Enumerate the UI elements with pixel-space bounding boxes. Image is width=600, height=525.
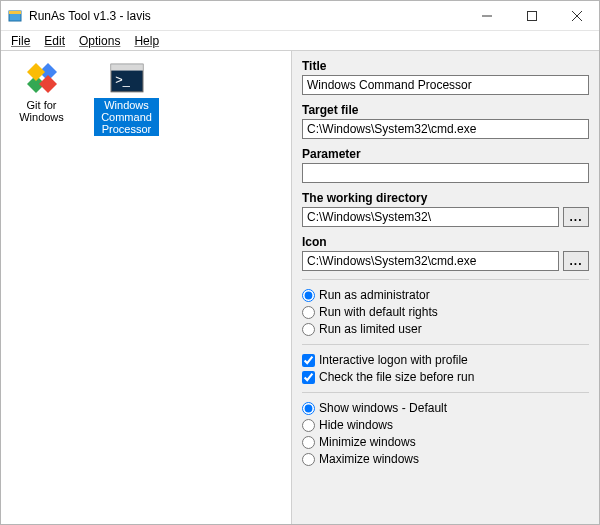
svg-rect-1	[9, 11, 21, 14]
git-label: Git for Windows	[9, 98, 74, 124]
show-windows-default-label: Show windows - Default	[319, 401, 447, 415]
interactive-logon-label: Interactive logon with profile	[319, 353, 468, 367]
svg-rect-3	[527, 11, 536, 20]
title-input[interactable]	[302, 75, 589, 95]
menu-file[interactable]: File	[5, 33, 36, 49]
cmd-icon: >_	[110, 61, 144, 95]
check-filesize-label: Check the file size before run	[319, 370, 474, 384]
icon-field-label: Icon	[302, 235, 589, 249]
svg-rect-9	[38, 75, 56, 93]
titlebar: RunAs Tool v1.3 - lavis	[1, 1, 599, 31]
separator	[302, 392, 589, 393]
window-title: RunAs Tool v1.3 - lavis	[29, 9, 464, 23]
hide-windows-radio[interactable]	[302, 419, 315, 432]
run-default-rights-label: Run with default rights	[319, 305, 438, 319]
menu-help[interactable]: Help	[128, 33, 165, 49]
separator	[302, 279, 589, 280]
interactive-logon-checkbox[interactable]	[302, 354, 315, 367]
menubar: File Edit Options Help	[1, 31, 599, 51]
menu-edit[interactable]: Edit	[38, 33, 71, 49]
parameter-label: Parameter	[302, 147, 589, 161]
run-default-rights-radio[interactable]	[302, 306, 315, 319]
minimize-windows-label: Minimize windows	[319, 435, 416, 449]
svg-rect-8	[26, 63, 44, 81]
maximize-windows-label: Maximize windows	[319, 452, 419, 466]
git-icon	[25, 61, 59, 95]
run-limited-user-label: Run as limited user	[319, 322, 422, 336]
maximize-windows-radio[interactable]	[302, 453, 315, 466]
svg-text:>_: >_	[115, 72, 130, 87]
maximize-button[interactable]	[509, 1, 554, 30]
target-file-input[interactable]	[302, 119, 589, 139]
minimize-button[interactable]	[464, 1, 509, 30]
parameter-input[interactable]	[302, 163, 589, 183]
icon-browse-button[interactable]: ...	[563, 251, 589, 271]
run-as-administrator-label: Run as administrator	[319, 288, 430, 302]
app-icon	[7, 8, 23, 24]
cmd-label: Windows Command Processor	[94, 98, 159, 136]
content: Git for Windows >_ Windows Command Proce…	[1, 51, 599, 524]
menu-options[interactable]: Options	[73, 33, 126, 49]
working-directory-browse-button[interactable]: ...	[563, 207, 589, 227]
title-label: Title	[302, 59, 589, 73]
icon-input[interactable]	[302, 251, 559, 271]
icon-git-for-windows[interactable]: Git for Windows	[9, 61, 74, 124]
working-directory-input[interactable]	[302, 207, 559, 227]
close-button[interactable]	[554, 1, 599, 30]
show-windows-default-radio[interactable]	[302, 402, 315, 415]
working-directory-label: The working directory	[302, 191, 589, 205]
minimize-windows-radio[interactable]	[302, 436, 315, 449]
svg-rect-11	[111, 64, 143, 70]
icon-pane[interactable]: Git for Windows >_ Windows Command Proce…	[1, 51, 291, 524]
separator	[302, 344, 589, 345]
run-as-administrator-radio[interactable]	[302, 289, 315, 302]
icon-windows-command-processor[interactable]: >_ Windows Command Processor	[94, 61, 159, 136]
target-file-label: Target file	[302, 103, 589, 117]
properties-pane: Title Target file Parameter The working …	[291, 51, 599, 524]
hide-windows-label: Hide windows	[319, 418, 393, 432]
run-limited-user-radio[interactable]	[302, 323, 315, 336]
check-filesize-checkbox[interactable]	[302, 371, 315, 384]
